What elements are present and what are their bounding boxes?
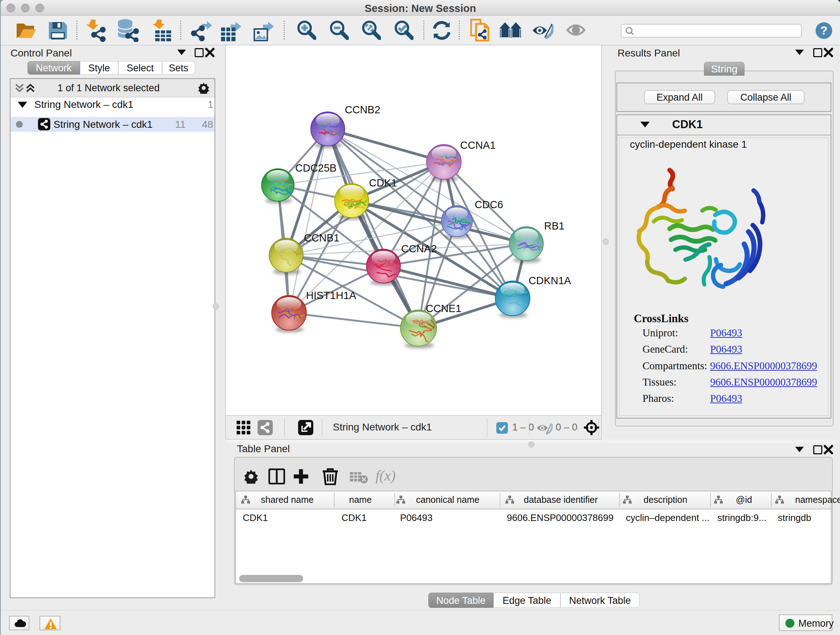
svg-text:CDC25B: CDC25B — [295, 162, 336, 174]
svg-text:RB1: RB1 — [544, 220, 564, 232]
svg-text:?: ? — [821, 24, 828, 37]
svg-text:CCNB2: CCNB2 — [345, 104, 380, 116]
svg-text:CCNA1: CCNA1 — [460, 139, 496, 151]
svg-text:CDKN1A: CDKN1A — [529, 275, 571, 287]
svg-text:CDC6: CDC6 — [475, 199, 503, 211]
svg-text:CCNE1: CCNE1 — [426, 302, 461, 314]
svg-text:CCNB1: CCNB1 — [304, 232, 339, 244]
svg-text:HIST1H1A: HIST1H1A — [306, 290, 356, 301]
svg-text:CDK1: CDK1 — [369, 177, 397, 188]
svg-text:CCNA2: CCNA2 — [401, 243, 437, 255]
